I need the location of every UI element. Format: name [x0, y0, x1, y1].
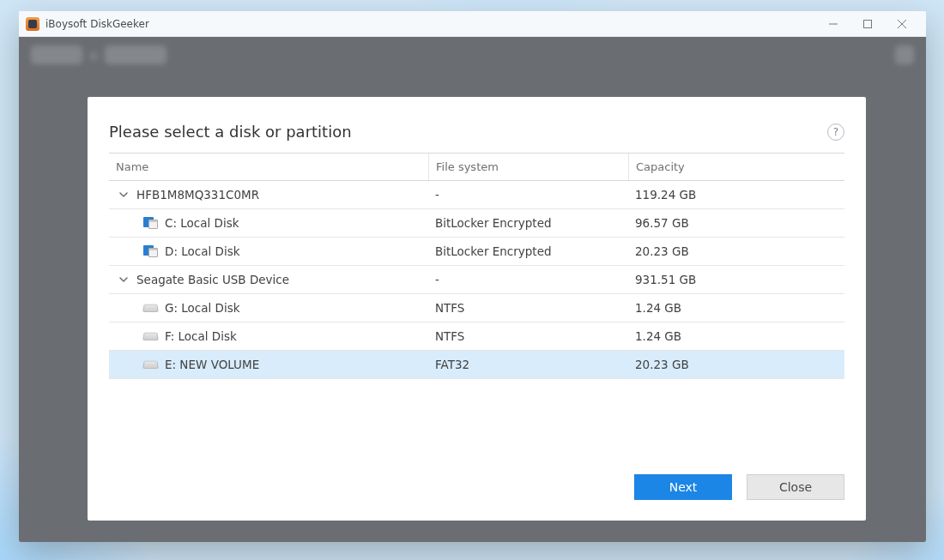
disk-name: Seagate Basic USB Device — [136, 273, 289, 286]
capacity-cell: 1.24 GB — [628, 322, 844, 350]
partition-row[interactable]: D: Local DiskBitLocker Encrypted20.23 GB — [109, 238, 844, 266]
filesystem-cell: FAT32 — [428, 351, 628, 378]
filesystem-cell: BitLocker Encrypted — [428, 209, 628, 237]
titlebar: iBoysoft DiskGeeker — [19, 11, 926, 37]
disk-icon — [142, 333, 159, 340]
partition-row[interactable]: G: Local DiskNTFS1.24 GB — [109, 294, 844, 322]
disk-name: HFB1M8MQ331C0MR — [136, 188, 259, 202]
filesystem-cell: BitLocker Encrypted — [428, 238, 628, 265]
disk-row[interactable]: Seagate Basic USB Device-931.51 GB — [109, 266, 844, 294]
disk-table: Name File system Capacity HFB1M8MQ331C0M… — [109, 153, 844, 379]
partition-name: C: Local Disk — [165, 216, 239, 230]
select-disk-dialog: Please select a disk or partition ? Name… — [88, 97, 866, 521]
partition-row[interactable]: F: Local DiskNTFS1.24 GB — [109, 322, 844, 351]
partition-name: E: NEW VOLUME — [165, 358, 259, 371]
modal-backdrop: › Please select a disk or partition ? Na… — [19, 37, 926, 542]
filesystem-cell: - — [428, 181, 628, 208]
col-header-capacity[interactable]: Capacity — [628, 154, 844, 180]
window-controls — [816, 12, 919, 36]
capacity-cell: 1.24 GB — [628, 294, 844, 322]
filesystem-cell: NTFS — [428, 294, 628, 322]
breadcrumb-blur: › — [31, 45, 166, 64]
capacity-cell: 119.24 GB — [628, 181, 844, 208]
app-title: iBoysoft DiskGeeker — [45, 18, 149, 30]
filesystem-cell: - — [428, 266, 628, 293]
disk-row[interactable]: HFB1M8MQ331C0MR-119.24 GB — [109, 181, 844, 209]
dialog-title: Please select a disk or partition — [109, 123, 352, 141]
disk-icon — [142, 361, 159, 369]
menu-blur — [895, 45, 914, 64]
svg-rect-0 — [864, 20, 872, 27]
partition-name: F: Local Disk — [165, 329, 237, 343]
chevron-down-icon — [118, 189, 130, 201]
close-button[interactable]: Close — [747, 474, 844, 500]
col-header-fs[interactable]: File system — [428, 154, 628, 180]
bitlocker-icon — [143, 245, 158, 257]
maximize-button[interactable] — [850, 12, 885, 36]
disk-icon — [142, 304, 159, 312]
capacity-cell: 20.23 GB — [628, 238, 844, 265]
chevron-down-icon — [118, 274, 130, 286]
app-window: iBoysoft DiskGeeker › — [19, 11, 926, 542]
bitlocker-icon — [143, 217, 158, 229]
partition-row[interactable]: C: Local DiskBitLocker Encrypted96.57 GB — [109, 209, 844, 238]
capacity-cell: 96.57 GB — [628, 209, 844, 237]
minimize-button[interactable] — [816, 12, 850, 36]
filesystem-cell: NTFS — [428, 322, 628, 350]
partition-row[interactable]: E: NEW VOLUMEFAT3220.23 GB — [109, 351, 844, 379]
capacity-cell: 20.23 GB — [628, 351, 844, 378]
next-button[interactable]: Next — [634, 474, 732, 500]
partition-name: G: Local Disk — [165, 301, 240, 315]
help-button[interactable]: ? — [827, 123, 844, 141]
close-window-button[interactable] — [885, 12, 919, 36]
table-header: Name File system Capacity — [109, 153, 844, 181]
partition-name: D: Local Disk — [165, 244, 240, 258]
col-header-name[interactable]: Name — [109, 154, 428, 180]
app-icon — [26, 17, 39, 31]
capacity-cell: 931.51 GB — [628, 266, 844, 293]
